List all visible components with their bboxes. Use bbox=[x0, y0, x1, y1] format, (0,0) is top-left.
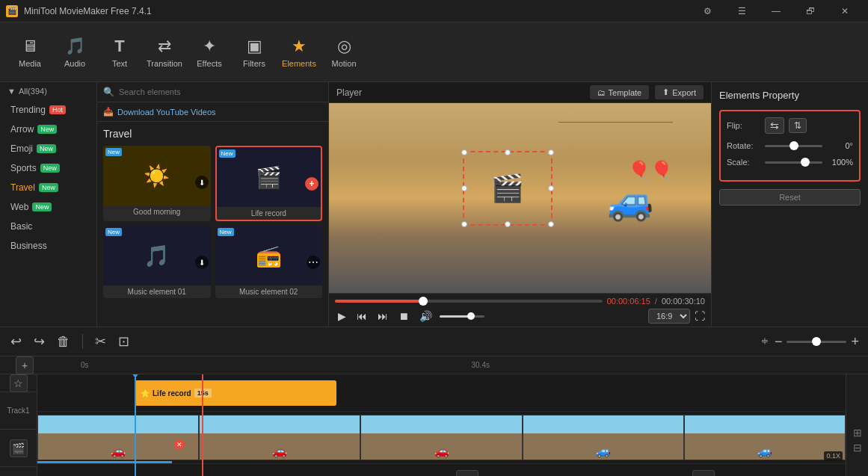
side-buttons: ⊞ ⊟ bbox=[846, 374, 868, 476]
toolbar-filters[interactable]: ▣ Filters bbox=[232, 26, 277, 78]
rotate-thumb[interactable] bbox=[789, 141, 798, 150]
trans-arrow-1[interactable]: ⇄ bbox=[456, 470, 478, 477]
player-video: 🎬 🚙 bbox=[329, 103, 711, 293]
element-card-life-record[interactable]: 🎬 New + Life record bbox=[215, 146, 323, 221]
toolbar-transition[interactable]: ⇄ Transition bbox=[142, 26, 187, 78]
sidebar-item-basic[interactable]: Basic bbox=[0, 217, 96, 236]
download-bar[interactable]: 📥 Download YouTube Videos bbox=[97, 102, 328, 122]
elements-grid: ☀️ New ⬇ Good morning 🎬 New + Life recor… bbox=[103, 146, 322, 298]
rotate-slider[interactable] bbox=[765, 145, 822, 147]
minimize-btn[interactable]: — bbox=[759, 0, 793, 22]
toolbar-text[interactable]: T Text bbox=[97, 26, 142, 78]
cut-btn[interactable]: ✂ bbox=[92, 330, 109, 353]
timeline-cursor[interactable] bbox=[135, 374, 136, 476]
sidebar-item-sports[interactable]: Sports New bbox=[0, 158, 96, 178]
toolbar-motion[interactable]: ◎ Motion bbox=[321, 26, 366, 78]
music-01-dl-btn[interactable]: ⬇ bbox=[195, 256, 209, 269]
selection-indicator bbox=[37, 461, 172, 463]
add-element-btn[interactable]: ☆ bbox=[10, 374, 28, 392]
properties-box: Flip: ⇆ ⇅ Rotate: 0° Scale: bbox=[719, 110, 861, 182]
sidebar-item-travel[interactable]: Travel New bbox=[0, 178, 96, 197]
zoom-thumb[interactable] bbox=[812, 337, 821, 346]
volume-thumb[interactable] bbox=[467, 312, 475, 320]
search-bar: 🔍 bbox=[97, 82, 328, 102]
settings-btn[interactable]: ⚙ bbox=[690, 0, 724, 22]
life-record-add-btn[interactable]: + bbox=[305, 177, 318, 191]
search-icon: 🔍 bbox=[103, 87, 114, 97]
side-btn-1[interactable]: ⊞ bbox=[853, 427, 862, 439]
search-input[interactable] bbox=[119, 87, 322, 96]
play-btn[interactable]: ▶ bbox=[335, 309, 349, 324]
good-morning-icon: ☀️ bbox=[144, 164, 170, 188]
flip-horizontal-btn[interactable]: ⇆ bbox=[765, 117, 784, 134]
app-icon: 🎬 bbox=[6, 5, 18, 17]
template-btn[interactable]: 🗂 Template bbox=[590, 85, 650, 99]
stop-btn[interactable]: ⏹ bbox=[395, 309, 412, 324]
trans-arrow-2[interactable]: ⇄ bbox=[692, 470, 715, 477]
time-marker-0: 0s bbox=[81, 361, 89, 369]
side-btn-2[interactable]: ⊟ bbox=[853, 442, 862, 454]
export-btn[interactable]: ⬆ Export bbox=[655, 85, 704, 99]
zoom-out-btn[interactable]: − bbox=[773, 333, 784, 351]
sidebar-item-trending[interactable]: Trending Hot bbox=[0, 100, 96, 120]
undo-btn[interactable]: ↩ bbox=[7, 330, 25, 353]
restore-btn[interactable]: 🗗 bbox=[793, 0, 828, 22]
progress-bar-area: 00:00:06:15 / 00:00:30:10 bbox=[335, 297, 705, 306]
bottom-toolbar: ↩ ↪ 🗑 ✂ ⊡ ⫩ − + bbox=[0, 327, 868, 356]
flip-more-btn[interactable]: ⇅ bbox=[789, 118, 807, 133]
add-element-btn-area: ☆ bbox=[0, 374, 37, 392]
volume-bar[interactable] bbox=[440, 315, 484, 318]
sidebar-item-emoji[interactable]: Emoji New bbox=[0, 139, 96, 158]
aspect-ratio-select[interactable]: 16:9 9:16 1:1 bbox=[648, 309, 690, 324]
volume-btn[interactable]: 🔊 bbox=[416, 309, 435, 324]
main-content: ▼ All(394) Trending Hot Arrow New Emoji … bbox=[0, 82, 868, 327]
scale-label: Scale: bbox=[727, 158, 760, 167]
zoom-in-btn[interactable]: + bbox=[849, 333, 861, 351]
element-card-good-morning[interactable]: ☀️ New ⬇ Good morning bbox=[103, 146, 211, 221]
toolbar-media[interactable]: 🖥 Media bbox=[7, 26, 52, 78]
zoom-slider[interactable] bbox=[787, 341, 846, 343]
element-card-music-01[interactable]: 🎵 New ⬇ Music element 01 bbox=[103, 226, 211, 298]
delete-btn[interactable]: 🗑 bbox=[54, 331, 73, 353]
progress-thumb[interactable] bbox=[419, 297, 428, 306]
element-card-music-02[interactable]: 📻 New ⋯ Music element 02 bbox=[215, 226, 323, 298]
toolbar-audio[interactable]: 🎵 Audio bbox=[52, 26, 97, 78]
music-01-icon: 🎵 bbox=[144, 244, 170, 268]
sidebar-item-business[interactable]: Business bbox=[0, 236, 96, 256]
next-btn[interactable]: ⏭ bbox=[375, 309, 391, 324]
arrow-badge: New bbox=[37, 125, 57, 134]
music-02-more-btn[interactable]: ⋯ bbox=[307, 256, 320, 269]
sidebar-item-web[interactable]: Web New bbox=[0, 197, 96, 217]
thumb-1: 🚗 bbox=[37, 415, 199, 460]
toolbar-effects[interactable]: ✦ Effects bbox=[187, 26, 232, 78]
close-btn[interactable]: ✕ bbox=[828, 0, 862, 22]
elements-section-title: Travel bbox=[103, 128, 322, 140]
track-area: ☆ Track1 🎬 🔊 ⭐ Life bbox=[0, 374, 868, 476]
template-label: Template bbox=[609, 88, 642, 97]
video-track-icon-btn[interactable]: 🎬 bbox=[10, 439, 28, 457]
element-clip[interactable]: ⭐ Life record 15s bbox=[135, 380, 336, 406]
add-track-btn[interactable]: + bbox=[16, 356, 34, 374]
toolbar-elements[interactable]: ★ Elements bbox=[277, 26, 321, 78]
audio-label: Audio bbox=[64, 59, 85, 68]
video-thumbnails: 🚗 🚗 🚗 🚙 🚙 bbox=[37, 415, 846, 460]
scale-thumb[interactable] bbox=[801, 158, 810, 167]
crop-btn[interactable]: ⊡ bbox=[115, 330, 132, 353]
sidebar-item-arrow[interactable]: Arrow New bbox=[0, 120, 96, 139]
thumb-car-3: 🚗 bbox=[361, 415, 521, 460]
fullscreen-btn[interactable]: ⛶ bbox=[695, 310, 705, 322]
business-label: Business bbox=[10, 241, 47, 251]
music-02-new-badge: New bbox=[218, 228, 234, 236]
all-section-header[interactable]: ▼ All(394) bbox=[0, 82, 96, 100]
redo-btn[interactable]: ↪ bbox=[31, 330, 48, 353]
x-badge[interactable]: ✕ bbox=[174, 439, 185, 450]
reset-btn[interactable]: Reset bbox=[719, 189, 861, 205]
menu-btn[interactable]: ☰ bbox=[724, 0, 759, 22]
emoji-badge: New bbox=[37, 144, 56, 153]
good-morning-dl-btn[interactable]: ⬇ bbox=[195, 176, 209, 189]
prev-btn[interactable]: ⏮ bbox=[354, 309, 370, 324]
scale-slider[interactable] bbox=[765, 161, 822, 164]
progress-fill bbox=[335, 300, 423, 303]
progress-bar[interactable] bbox=[335, 300, 603, 303]
arrow-down-icon: ▼ bbox=[7, 87, 16, 96]
